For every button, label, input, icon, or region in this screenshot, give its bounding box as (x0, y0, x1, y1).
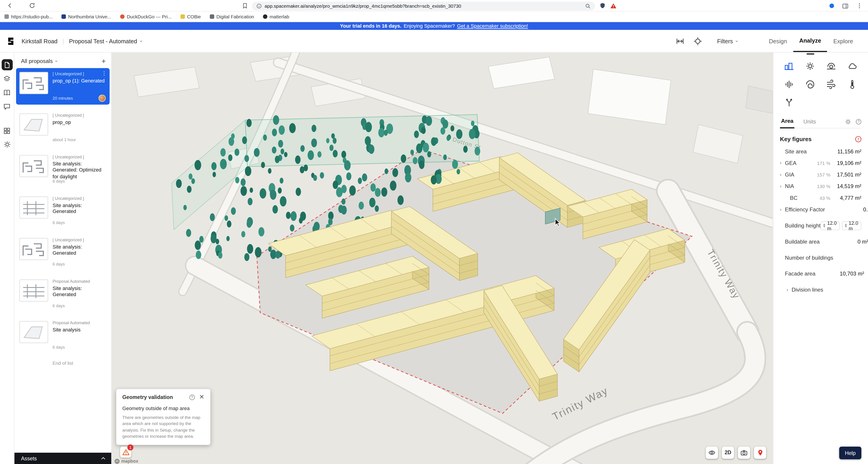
building-height-input-1[interactable]: 12.0 m (820, 221, 840, 230)
comments-icon[interactable] (1, 101, 12, 112)
microclimate-icon[interactable] (846, 60, 858, 71)
row-building-height: Building height 12.0 m 12.0 m (780, 220, 861, 231)
proposal-category: [ Uncategorized ] (53, 68, 110, 76)
browser-right-icons (827, 0, 868, 11)
favicon (263, 14, 268, 19)
proposal-card[interactable]: [ Uncategorized ] Site analysis: Generat… (16, 193, 110, 229)
bookmark-flag-icon[interactable] (240, 1, 249, 10)
bookmark-item[interactable]: DuckDuckGo — Pri... (120, 14, 172, 19)
screenshot-button[interactable] (738, 446, 750, 459)
tab-units[interactable]: Units (802, 118, 817, 128)
camera-icon (740, 448, 748, 456)
help-circle-icon[interactable]: ? (189, 394, 195, 400)
zoom-icon[interactable] (585, 3, 591, 8)
proposal-card[interactable]: [ Uncategorized ] prop_op about 1 hour (16, 110, 110, 146)
tab-area[interactable]: Area (780, 118, 795, 128)
bookmark-item[interactable]: https://rstudio-pub... (4, 14, 53, 19)
proposal-card[interactable]: Proposal Automated Site analysis 6 days (16, 317, 110, 354)
row-buildable-area: Buildable area 0 m² (780, 236, 861, 247)
browser-menu-icon[interactable] (855, 1, 864, 10)
bookmark-item[interactable]: Digital Fabrication (210, 14, 254, 19)
help-button[interactable]: Help (839, 446, 861, 459)
add-proposal-button[interactable]: + (101, 58, 106, 65)
assets-bar[interactable]: Assets (14, 453, 111, 464)
building-height-input-2[interactable]: 12.0 m (842, 221, 861, 230)
proposal-thumbnail (19, 155, 48, 177)
proposal-title: Site analysis: Generated: Optimized for … (53, 161, 110, 180)
row-nia[interactable]: › NIA 130 % 14,519 m² (780, 180, 861, 192)
temperature-icon[interactable] (846, 79, 858, 90)
app-header: Kirkstall Road | Proposal Test - Automat… (0, 30, 868, 53)
side-panel-icon[interactable] (841, 1, 850, 10)
favicon (180, 14, 185, 19)
proposal-card[interactable]: [ Uncategorized ] prop_op (1): Generated… (16, 68, 110, 104)
proposal-thumbnail (19, 72, 48, 94)
row-bc: BC 43 % 4,777 m² (780, 192, 861, 204)
spacemaker-logo (7, 37, 15, 45)
2d-toggle-button[interactable]: 2D (722, 446, 734, 459)
favicon (120, 14, 125, 19)
layers-icon[interactable] (1, 73, 12, 84)
spacemaker-app: app.spacemaker.ai/analyze/pro_wmcia1n9kz… (0, 0, 868, 464)
chevron-down-icon: › (734, 40, 739, 42)
filters-dropdown[interactable]: Filters› (717, 38, 737, 44)
panel-help-icon[interactable]: ? (856, 119, 861, 124)
wind-icon[interactable] (805, 79, 816, 90)
noise-icon[interactable] (784, 79, 795, 90)
other-analysis-icon[interactable] (784, 97, 795, 108)
settings-gear-icon[interactable] (1, 139, 12, 150)
stepper-icon[interactable] (824, 223, 826, 227)
all-proposals-dropdown[interactable]: All proposals› (21, 58, 57, 64)
daylight-icon[interactable] (805, 60, 816, 71)
map-3d-viewport[interactable]: Great Ducie St Trinity Way Trinity Way D… (112, 53, 773, 464)
subscription-link[interactable]: Get a Spacemaker subscription! (457, 23, 528, 29)
address-bar[interactable]: app.spacemaker.ai/analyze/pro_wmcia1n9kz… (252, 1, 595, 10)
proposal-selector[interactable]: Proposal Test - Automated› (69, 38, 142, 44)
row-division-lines[interactable]: › Division lines (780, 284, 861, 296)
pin-button[interactable] (754, 446, 766, 459)
bookmark-item[interactable]: COBie (180, 14, 201, 19)
warning-triangle-icon[interactable] (609, 1, 618, 10)
proposal-time: 6 days (53, 345, 65, 350)
key-figures-title: Key figures (780, 135, 812, 142)
bookmark-item[interactable]: Northumbria Unive... (61, 14, 111, 19)
card-menu-icon[interactable]: ⋮ (101, 70, 107, 76)
area-analysis-icon[interactable] (784, 60, 795, 71)
panel-settings-icon[interactable] (845, 118, 851, 125)
validation-warning-button[interactable]: 1 (120, 446, 131, 458)
apps-grid-icon[interactable] (1, 125, 12, 136)
proposal-card[interactable]: Proposal Automated Site analysis: Genera… (16, 276, 110, 312)
library-icon[interactable] (1, 87, 12, 98)
geometry-validation-popup: Geometry validation ? ✕ Geometry outside… (116, 389, 210, 445)
bookmark-item[interactable]: matterlab (263, 14, 289, 19)
wind-comfort-icon[interactable] (826, 79, 837, 90)
favicon (4, 14, 9, 19)
visibility-button[interactable] (706, 446, 718, 459)
row-gea[interactable]: › GEA 171 % 19,106 m² (780, 157, 861, 169)
proposal-card[interactable]: [ Uncategorized ] Site analysis: Generat… (16, 234, 110, 271)
tab-design[interactable]: Design (763, 30, 793, 52)
tab-analyze[interactable]: Analyze (793, 30, 828, 52)
sun-hours-icon[interactable] (826, 60, 837, 71)
close-icon[interactable]: ✕ (199, 394, 205, 400)
stepper-icon[interactable] (845, 223, 847, 227)
proposal-card[interactable]: [ Uncategorized ] Site analysis: Generat… (16, 151, 110, 188)
row-site-area: Site area 11,156 m² (780, 146, 861, 157)
chevron-right-icon: › (780, 173, 785, 177)
shield-icon[interactable] (598, 1, 607, 10)
extension-icon[interactable] (827, 1, 836, 10)
proposal-category: [ Uncategorized ] (53, 110, 110, 118)
proposal-category: [ Uncategorized ] (53, 193, 110, 201)
back-icon[interactable] (5, 1, 14, 10)
recenter-icon[interactable] (693, 36, 703, 46)
key-figures-alert-icon[interactable]: ! (855, 136, 861, 142)
popup-subtitle: Geometry outside of map area (122, 406, 205, 411)
measure-icon[interactable] (675, 36, 685, 46)
site-info-icon[interactable] (256, 3, 262, 8)
tab-explore[interactable]: Explore (827, 30, 859, 52)
row-efficiency-factor[interactable]: › Efficiency Factor 0.83 (780, 204, 861, 215)
row-gia[interactable]: › GIA 157 % 17,501 m² (780, 169, 861, 180)
reload-icon[interactable] (28, 1, 36, 10)
proposals-panel-icon[interactable] (1, 59, 12, 70)
project-name[interactable]: Kirkstall Road (22, 38, 57, 44)
